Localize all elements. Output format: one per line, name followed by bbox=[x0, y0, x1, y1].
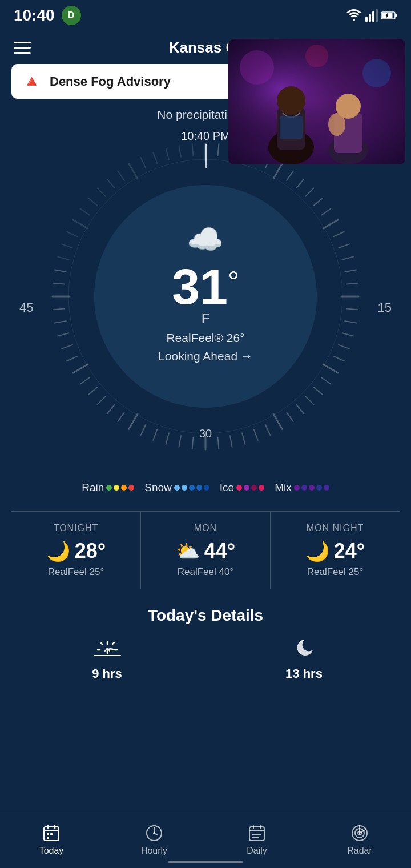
tonight-temp: 28° bbox=[75, 539, 106, 563]
svg-line-33 bbox=[323, 364, 338, 373]
svg-line-43 bbox=[230, 436, 232, 447]
forecast-mon-label: MON bbox=[147, 523, 264, 533]
todays-details: Today's Details 9 hrs bbox=[0, 606, 411, 681]
svg-line-52 bbox=[118, 412, 124, 421]
svg-line-40 bbox=[265, 425, 270, 435]
svg-point-111 bbox=[153, 832, 155, 834]
precipitation-legend: Rain Snow Ice Mix bbox=[0, 481, 411, 494]
svg-line-10 bbox=[218, 144, 219, 155]
hourly-icon bbox=[145, 824, 163, 842]
side-num-right: 15 bbox=[378, 300, 392, 315]
svg-line-23 bbox=[339, 244, 349, 248]
bottom-num: 30 bbox=[199, 427, 212, 440]
svg-rect-103 bbox=[47, 833, 49, 835]
nav-today[interactable]: Today bbox=[0, 811, 103, 868]
svg-line-21 bbox=[323, 220, 338, 228]
pip-content-svg bbox=[228, 39, 405, 164]
temperature: 31 bbox=[172, 262, 228, 312]
tonight-icon: 🌙 bbox=[46, 540, 70, 562]
svg-line-16 bbox=[287, 171, 293, 180]
status-icons bbox=[346, 9, 397, 22]
svg-rect-1 bbox=[369, 14, 371, 22]
today-icon bbox=[42, 824, 61, 842]
nav-hourly[interactable]: Hourly bbox=[103, 811, 206, 868]
nav-radar[interactable]: Radar bbox=[308, 811, 411, 868]
time-label: 10:40 PM bbox=[181, 130, 230, 143]
forecast-row: TONIGHT 🌙 28° RealFeel 25° MON ⛅ 44° Rea… bbox=[11, 511, 400, 589]
temp-scale: F bbox=[202, 311, 210, 327]
forecast-mon-night-content: 🌙 24° bbox=[276, 539, 394, 563]
forecast-mon-night-label: MON NIGHT bbox=[276, 523, 394, 533]
svg-line-29 bbox=[345, 321, 356, 323]
nav-radar-label: Radar bbox=[347, 846, 372, 856]
svg-line-22 bbox=[334, 232, 344, 236]
looking-ahead-link[interactable]: Looking Ahead → bbox=[158, 349, 253, 363]
forecast-tonight-content: 🌙 28° bbox=[17, 539, 135, 563]
svg-line-74 bbox=[118, 171, 124, 180]
svg-rect-0 bbox=[365, 17, 368, 22]
todays-details-title: Today's Details bbox=[0, 606, 411, 625]
svg-line-79 bbox=[179, 146, 180, 157]
status-time: 10:40 bbox=[14, 6, 55, 25]
svg-line-20 bbox=[321, 208, 331, 215]
pip-overlay bbox=[228, 39, 405, 164]
detail-night: 13 hrs bbox=[208, 634, 400, 681]
svg-point-98 bbox=[240, 50, 274, 85]
svg-line-67 bbox=[62, 244, 72, 248]
svg-line-31 bbox=[339, 345, 349, 349]
ice-dots bbox=[236, 485, 264, 491]
ice-legend: Ice bbox=[220, 481, 264, 494]
svg-line-72 bbox=[97, 188, 105, 196]
svg-line-15 bbox=[273, 164, 282, 179]
svg-line-17 bbox=[296, 179, 304, 188]
forecast-tonight: TONIGHT 🌙 28° RealFeel 25° bbox=[11, 512, 141, 589]
city-title: Kansas C bbox=[169, 39, 237, 57]
svg-line-44 bbox=[218, 437, 219, 449]
svg-line-68 bbox=[67, 232, 77, 236]
sunrise-icon bbox=[92, 634, 123, 664]
svg-line-46 bbox=[192, 437, 194, 449]
svg-line-34 bbox=[321, 377, 331, 384]
svg-line-64 bbox=[53, 283, 65, 284]
status-bar: 10:40 D bbox=[0, 0, 411, 31]
avatar: D bbox=[62, 6, 81, 25]
alert-text: Dense Fog Advisory bbox=[50, 74, 171, 89]
svg-line-85 bbox=[112, 642, 114, 644]
radar-icon bbox=[350, 824, 369, 842]
nav-today-label: Today bbox=[39, 846, 64, 856]
svg-rect-2 bbox=[372, 11, 374, 22]
details-row: 9 hrs 13 hrs bbox=[0, 634, 411, 681]
svg-line-50 bbox=[141, 425, 146, 435]
menu-button[interactable] bbox=[14, 42, 31, 54]
mix-legend: Mix bbox=[275, 481, 329, 494]
mon-night-temp: 24° bbox=[334, 539, 365, 563]
svg-line-48 bbox=[166, 433, 169, 444]
svg-line-26 bbox=[346, 283, 358, 284]
svg-line-70 bbox=[80, 208, 89, 215]
svg-line-54 bbox=[97, 396, 105, 404]
mon-night-icon: 🌙 bbox=[305, 540, 329, 562]
svg-rect-93 bbox=[280, 116, 303, 139]
pip-image bbox=[228, 39, 405, 164]
degree-symbol: ° bbox=[228, 267, 239, 296]
svg-rect-104 bbox=[50, 833, 53, 835]
svg-line-78 bbox=[166, 148, 169, 159]
svg-line-73 bbox=[107, 179, 115, 188]
svg-line-75 bbox=[129, 164, 138, 179]
forecast-mon: MON ⛅ 44° RealFeel 40° bbox=[141, 512, 271, 589]
svg-point-100 bbox=[305, 45, 328, 67]
home-indicator bbox=[168, 861, 243, 863]
svg-line-36 bbox=[305, 396, 313, 404]
nav-daily[interactable]: Daily bbox=[206, 811, 308, 868]
svg-line-76 bbox=[141, 158, 146, 168]
snow-dots bbox=[174, 485, 209, 491]
svg-point-92 bbox=[277, 86, 305, 115]
svg-point-97 bbox=[328, 113, 345, 136]
mon-realfeel: RealFeel 40° bbox=[147, 566, 264, 578]
forecast-tonight-label: TONIGHT bbox=[17, 523, 135, 533]
detail-sunrise: 9 hrs bbox=[11, 634, 203, 681]
svg-line-25 bbox=[345, 270, 356, 271]
weather-center: ☁️ 31 ° F RealFeel® 26° Looking Ahead → bbox=[158, 222, 253, 363]
svg-line-51 bbox=[129, 414, 138, 429]
signal-icon bbox=[365, 9, 378, 22]
